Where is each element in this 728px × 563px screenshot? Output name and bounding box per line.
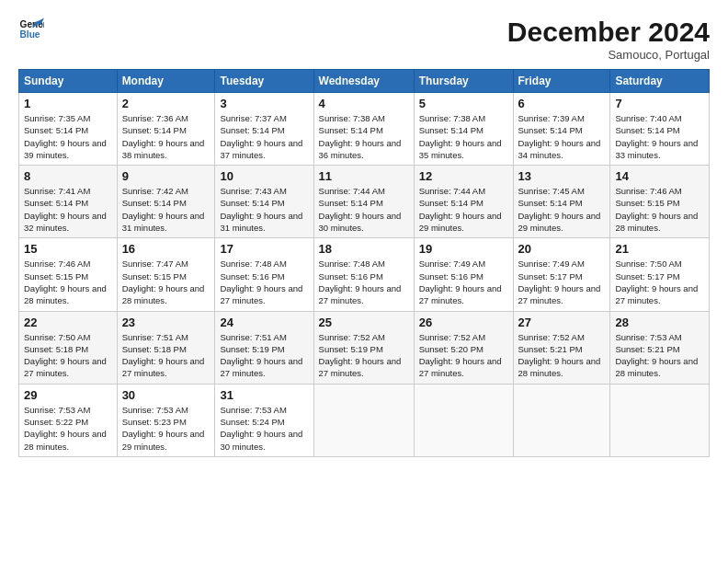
day-number: 29 [24, 388, 112, 402]
day-number: 22 [24, 316, 112, 329]
table-row: 24Sunrise: 7:51 AM Sunset: 5:19 PM Dayli… [215, 311, 313, 384]
day-number: 25 [319, 316, 409, 329]
day-number: 9 [122, 169, 210, 183]
table-row: 23Sunrise: 7:51 AM Sunset: 5:18 PM Dayli… [117, 311, 215, 384]
table-row: 28Sunrise: 7:53 AM Sunset: 5:21 PM Dayli… [610, 311, 710, 384]
day-number: 10 [220, 169, 308, 183]
day-number: 18 [319, 242, 409, 256]
header-thursday: Thursday [414, 70, 513, 93]
svg-text:Blue: Blue [20, 29, 40, 40]
main-container: General Blue December 2024 Samouco, Port… [0, 0, 728, 466]
month-title: December 2024 [507, 17, 710, 48]
day-detail: Sunrise: 7:48 AM Sunset: 5:16 PM Dayligh… [319, 258, 409, 306]
day-detail: Sunrise: 7:48 AM Sunset: 5:16 PM Dayligh… [220, 258, 308, 306]
table-row: 21Sunrise: 7:50 AM Sunset: 5:17 PM Dayli… [610, 238, 710, 311]
table-row: 27Sunrise: 7:52 AM Sunset: 5:21 PM Dayli… [513, 311, 610, 384]
table-row: 2Sunrise: 7:36 AM Sunset: 5:14 PM Daylig… [117, 93, 215, 166]
day-number: 17 [220, 242, 308, 256]
day-number: 20 [518, 242, 606, 256]
table-row: 11Sunrise: 7:44 AM Sunset: 5:14 PM Dayli… [313, 166, 414, 238]
location-subtitle: Samouco, Portugal [507, 48, 710, 62]
table-row: 9Sunrise: 7:42 AM Sunset: 5:14 PM Daylig… [117, 166, 215, 238]
table-row: 12Sunrise: 7:44 AM Sunset: 5:14 PM Dayli… [414, 166, 513, 238]
calendar-week-row: 1Sunrise: 7:35 AM Sunset: 5:14 PM Daylig… [19, 93, 710, 166]
calendar-week-row: 22Sunrise: 7:50 AM Sunset: 5:18 PM Dayli… [19, 311, 710, 384]
calendar-table: Sunday Monday Tuesday Wednesday Thursday… [18, 69, 710, 457]
day-detail: Sunrise: 7:52 AM Sunset: 5:19 PM Dayligh… [319, 331, 409, 380]
day-number: 8 [24, 169, 112, 183]
table-row: 18Sunrise: 7:48 AM Sunset: 5:16 PM Dayli… [313, 238, 414, 311]
day-detail: Sunrise: 7:37 AM Sunset: 5:14 PM Dayligh… [220, 112, 308, 161]
table-row: 31Sunrise: 7:53 AM Sunset: 5:24 PM Dayli… [215, 384, 313, 456]
day-number: 3 [220, 97, 308, 110]
table-row: 25Sunrise: 7:52 AM Sunset: 5:19 PM Dayli… [313, 311, 414, 384]
day-number: 19 [419, 242, 508, 256]
table-row: 8Sunrise: 7:41 AM Sunset: 5:14 PM Daylig… [19, 166, 118, 238]
day-detail: Sunrise: 7:49 AM Sunset: 5:16 PM Dayligh… [419, 258, 508, 306]
table-row: 15Sunrise: 7:46 AM Sunset: 5:15 PM Dayli… [19, 238, 118, 311]
table-row [414, 384, 513, 456]
day-detail: Sunrise: 7:44 AM Sunset: 5:14 PM Dayligh… [419, 185, 508, 234]
table-row: 10Sunrise: 7:43 AM Sunset: 5:14 PM Dayli… [215, 166, 313, 238]
day-number: 12 [419, 169, 508, 183]
day-detail: Sunrise: 7:51 AM Sunset: 5:19 PM Dayligh… [220, 331, 308, 380]
calendar-week-row: 29Sunrise: 7:53 AM Sunset: 5:22 PM Dayli… [19, 384, 710, 456]
day-detail: Sunrise: 7:38 AM Sunset: 5:14 PM Dayligh… [419, 112, 508, 161]
day-number: 11 [319, 169, 409, 183]
day-number: 1 [24, 97, 112, 110]
day-number: 27 [518, 316, 606, 329]
logo: General Blue [18, 17, 44, 42]
table-row: 14Sunrise: 7:46 AM Sunset: 5:15 PM Dayli… [610, 166, 710, 238]
day-detail: Sunrise: 7:50 AM Sunset: 5:17 PM Dayligh… [615, 258, 704, 306]
day-detail: Sunrise: 7:52 AM Sunset: 5:21 PM Dayligh… [518, 331, 606, 380]
day-detail: Sunrise: 7:43 AM Sunset: 5:14 PM Dayligh… [220, 185, 308, 234]
table-row: 3Sunrise: 7:37 AM Sunset: 5:14 PM Daylig… [215, 93, 313, 166]
header-monday: Monday [117, 70, 215, 93]
day-detail: Sunrise: 7:46 AM Sunset: 5:15 PM Dayligh… [615, 185, 704, 234]
day-detail: Sunrise: 7:35 AM Sunset: 5:14 PM Dayligh… [24, 112, 112, 161]
day-detail: Sunrise: 7:53 AM Sunset: 5:21 PM Dayligh… [615, 331, 704, 380]
calendar-week-row: 8Sunrise: 7:41 AM Sunset: 5:14 PM Daylig… [19, 166, 710, 238]
day-detail: Sunrise: 7:46 AM Sunset: 5:15 PM Dayligh… [24, 258, 112, 306]
table-row: 30Sunrise: 7:53 AM Sunset: 5:23 PM Dayli… [117, 384, 215, 456]
table-row: 6Sunrise: 7:39 AM Sunset: 5:14 PM Daylig… [513, 93, 610, 166]
table-row: 17Sunrise: 7:48 AM Sunset: 5:16 PM Dayli… [215, 238, 313, 311]
table-row: 13Sunrise: 7:45 AM Sunset: 5:14 PM Dayli… [513, 166, 610, 238]
table-row: 1Sunrise: 7:35 AM Sunset: 5:14 PM Daylig… [19, 93, 118, 166]
day-detail: Sunrise: 7:45 AM Sunset: 5:14 PM Dayligh… [518, 185, 606, 234]
table-row: 20Sunrise: 7:49 AM Sunset: 5:17 PM Dayli… [513, 238, 610, 311]
day-detail: Sunrise: 7:42 AM Sunset: 5:14 PM Dayligh… [122, 185, 210, 234]
day-number: 5 [419, 97, 508, 110]
day-number: 4 [319, 97, 409, 110]
day-number: 31 [220, 388, 308, 402]
day-detail: Sunrise: 7:53 AM Sunset: 5:23 PM Dayligh… [122, 404, 210, 453]
table-row: 29Sunrise: 7:53 AM Sunset: 5:22 PM Dayli… [19, 384, 118, 456]
header-saturday: Saturday [610, 70, 710, 93]
day-detail: Sunrise: 7:40 AM Sunset: 5:14 PM Dayligh… [615, 112, 704, 161]
weekday-header-row: Sunday Monday Tuesday Wednesday Thursday… [19, 70, 710, 93]
day-number: 23 [122, 316, 210, 329]
day-number: 6 [518, 97, 606, 110]
table-row [513, 384, 610, 456]
day-detail: Sunrise: 7:41 AM Sunset: 5:14 PM Dayligh… [24, 185, 112, 234]
day-number: 24 [220, 316, 308, 329]
day-number: 13 [518, 169, 606, 183]
day-detail: Sunrise: 7:53 AM Sunset: 5:22 PM Dayligh… [24, 404, 112, 453]
day-detail: Sunrise: 7:39 AM Sunset: 5:14 PM Dayligh… [518, 112, 606, 161]
day-detail: Sunrise: 7:36 AM Sunset: 5:14 PM Dayligh… [122, 112, 210, 161]
day-detail: Sunrise: 7:38 AM Sunset: 5:14 PM Dayligh… [319, 112, 409, 161]
table-row: 19Sunrise: 7:49 AM Sunset: 5:16 PM Dayli… [414, 238, 513, 311]
table-row [313, 384, 414, 456]
title-block: December 2024 Samouco, Portugal [507, 17, 710, 62]
day-detail: Sunrise: 7:44 AM Sunset: 5:14 PM Dayligh… [319, 185, 409, 234]
header-sunday: Sunday [19, 70, 118, 93]
day-number: 7 [615, 97, 704, 110]
header-tuesday: Tuesday [215, 70, 313, 93]
table-row: 4Sunrise: 7:38 AM Sunset: 5:14 PM Daylig… [313, 93, 414, 166]
day-detail: Sunrise: 7:52 AM Sunset: 5:20 PM Dayligh… [419, 331, 508, 380]
table-row: 16Sunrise: 7:47 AM Sunset: 5:15 PM Dayli… [117, 238, 215, 311]
day-number: 15 [24, 242, 112, 256]
table-row: 26Sunrise: 7:52 AM Sunset: 5:20 PM Dayli… [414, 311, 513, 384]
calendar-week-row: 15Sunrise: 7:46 AM Sunset: 5:15 PM Dayli… [19, 238, 710, 311]
day-detail: Sunrise: 7:49 AM Sunset: 5:17 PM Dayligh… [518, 258, 606, 306]
